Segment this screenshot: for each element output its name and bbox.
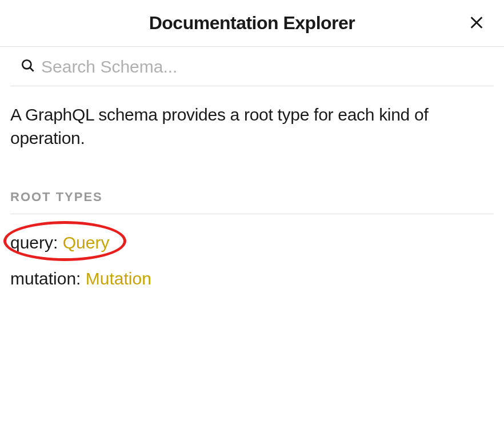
schema-description: A GraphQL schema provides a root type fo… [0,86,504,150]
type-link-query[interactable]: Query [63,233,110,252]
field-name: mutation [10,269,76,288]
type-link-mutation[interactable]: Mutation [86,269,151,288]
section-heading: ROOT TYPES [10,190,494,214]
search-icon [21,58,35,75]
header: Documentation Explorer [0,0,504,47]
colon: : [53,233,63,252]
svg-point-2 [22,60,31,69]
search-bar [10,47,494,86]
page-title: Documentation Explorer [149,13,355,34]
svg-line-3 [30,67,33,71]
search-input[interactable] [41,57,483,77]
close-icon [469,14,485,32]
root-types-section: ROOT TYPES query: Query mutation: Mutati… [10,190,494,290]
close-button[interactable] [466,12,487,34]
colon: : [76,269,86,288]
root-type-item-mutation: mutation: Mutation [10,267,494,290]
root-type-item-query: query: Query [10,231,494,254]
field-name: query [10,233,53,252]
root-type-list: query: Query mutation: Mutation [10,214,494,290]
